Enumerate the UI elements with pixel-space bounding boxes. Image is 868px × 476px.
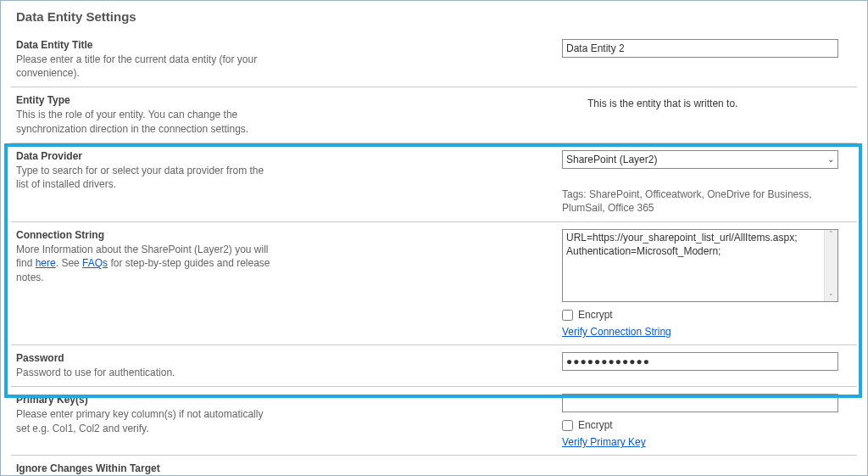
data-provider-desc: Type to search for or select your data p… bbox=[16, 164, 274, 191]
chevron-down-icon: ⌄ bbox=[827, 154, 834, 164]
verify-connection-string-link[interactable]: Verify Connection String bbox=[562, 326, 671, 338]
entity-type-desc: This is the role of your entity. You can… bbox=[16, 108, 274, 135]
title-label: Data Entity Title bbox=[16, 39, 274, 51]
faqs-link[interactable]: FAQs bbox=[82, 257, 108, 269]
data-provider-selected: SharePoint (Layer2) bbox=[566, 154, 657, 165]
scroll-down-icon[interactable]: ˅ bbox=[829, 293, 833, 301]
page-title: Data Entity Settings bbox=[16, 9, 857, 24]
connection-string-label: Connection String bbox=[16, 229, 274, 241]
ignore-changes-label: Ignore Changes Within Target bbox=[16, 462, 274, 474]
data-provider-label: Data Provider bbox=[16, 150, 274, 162]
here-link[interactable]: here bbox=[36, 257, 56, 269]
verify-primary-key-link[interactable]: Verify Primary Key bbox=[562, 436, 646, 448]
data-provider-select[interactable]: SharePoint (Layer2) ⌄ bbox=[562, 150, 838, 169]
password-desc: Password to use for authentication. bbox=[16, 366, 274, 379]
section-entity-type: Entity Type This is the role of your ent… bbox=[11, 87, 857, 142]
scroll-up-icon[interactable]: ˄ bbox=[829, 230, 833, 238]
encrypt-primary-key-label: Encrypt bbox=[578, 419, 613, 431]
encrypt-connection-checkbox[interactable] bbox=[562, 310, 573, 321]
section-data-provider: Data Provider Type to search for or sele… bbox=[11, 143, 857, 221]
encrypt-primary-key-checkbox[interactable] bbox=[562, 420, 573, 431]
connection-string-desc: More Information about the SharePoint (L… bbox=[16, 243, 274, 284]
password-input[interactable] bbox=[562, 352, 838, 371]
primary-key-input[interactable] bbox=[562, 394, 838, 412]
entity-type-label: Entity Type bbox=[16, 94, 274, 106]
section-password: Password Password to use for authenticat… bbox=[11, 344, 857, 386]
section-primary-key: Primary Key(s) Please enter primary key … bbox=[11, 386, 857, 455]
textarea-scrollbar[interactable]: ˄ ˅ bbox=[824, 230, 837, 301]
entity-type-value: This is the entity that is written to. bbox=[562, 94, 849, 109]
title-input[interactable] bbox=[562, 39, 838, 58]
password-label: Password bbox=[16, 352, 274, 364]
connection-string-value: URL=https://your_sharepoint_list_url/All… bbox=[563, 230, 837, 260]
data-provider-tags: Tags: SharePoint, Officeatwork, OneDrive… bbox=[562, 188, 838, 215]
connection-string-textarea[interactable]: URL=https://your_sharepoint_list_url/All… bbox=[562, 229, 838, 302]
primary-key-desc: Please enter primary key column(s) if no… bbox=[16, 407, 274, 434]
section-data-entity-title: Data Entity Title Please enter a title f… bbox=[11, 32, 857, 87]
title-desc: Please enter a title for the current dat… bbox=[16, 53, 274, 80]
settings-panel: Data Entity Settings Data Entity Title P… bbox=[0, 0, 868, 476]
section-ignore-changes: Ignore Changes Within Target bbox=[11, 455, 857, 476]
encrypt-connection-label: Encrypt bbox=[578, 309, 613, 321]
section-connection-string: Connection String More Information about… bbox=[11, 221, 857, 344]
cs-desc-mid: . See bbox=[56, 257, 82, 269]
primary-key-label: Primary Key(s) bbox=[16, 394, 274, 406]
